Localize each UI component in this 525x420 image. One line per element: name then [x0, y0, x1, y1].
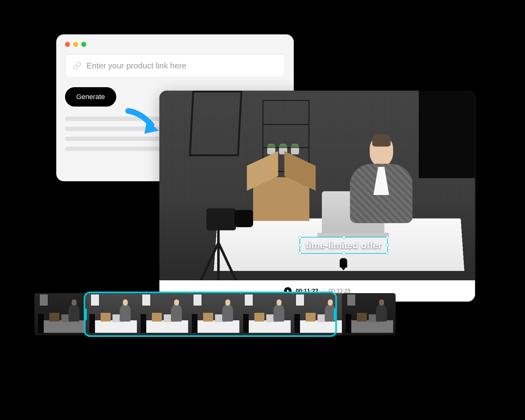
caption-overlay[interactable]: time-limited offer: [299, 237, 388, 254]
url-input[interactable]: Enter your product link here: [65, 54, 285, 77]
generate-button[interactable]: Generate: [65, 87, 116, 107]
url-placeholder: Enter your product link here: [87, 61, 186, 71]
caption-text: time-limited offer: [306, 240, 382, 250]
close-dot[interactable]: [65, 42, 70, 47]
playhead-marker[interactable]: [339, 258, 348, 268]
video-preview: time-limited offer 00:11:22 | 00:33:28: [159, 91, 475, 302]
timeline-thumb[interactable]: [86, 293, 139, 335]
timeline-thumb[interactable]: [342, 293, 396, 335]
timeline-thumb[interactable]: [239, 293, 293, 335]
resize-handle[interactable]: [342, 252, 345, 255]
timeline[interactable]: [34, 293, 409, 335]
timeline-thumb[interactable]: [291, 293, 344, 335]
window-controls: [65, 42, 285, 47]
video-frame[interactable]: time-limited offer: [159, 91, 475, 280]
timeline-thumb[interactable]: [137, 293, 191, 335]
timeline-thumb[interactable]: [188, 293, 242, 335]
minimize-dot[interactable]: [73, 42, 78, 47]
link-icon: [73, 62, 82, 70]
resize-handle[interactable]: [298, 252, 302, 255]
maximize-dot[interactable]: [81, 42, 86, 47]
arrow-icon: [125, 106, 166, 138]
resize-handle[interactable]: [298, 244, 302, 247]
timeline-thumb[interactable]: [34, 293, 88, 335]
resize-handle[interactable]: [342, 236, 345, 239]
resize-handle[interactable]: [298, 236, 302, 239]
